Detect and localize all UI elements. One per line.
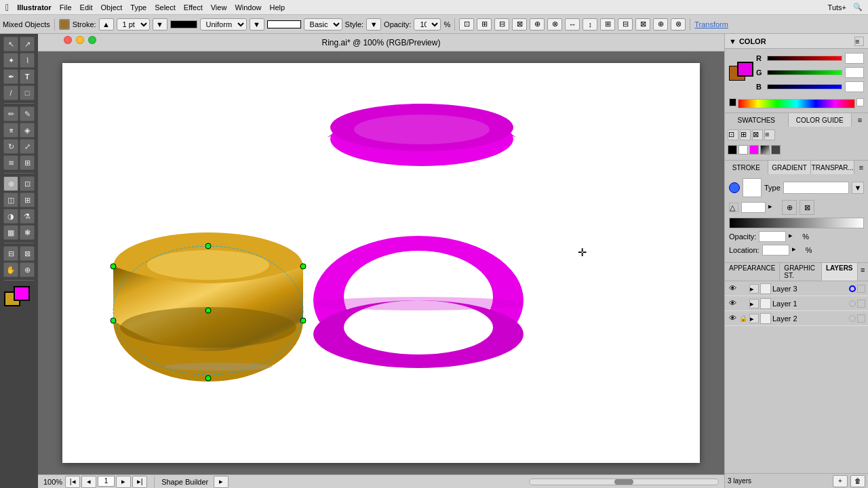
toolbar-icon-3[interactable]: ⊟	[494, 18, 509, 30]
uniform-select[interactable]: UniformNone	[200, 18, 247, 30]
tab-gradient[interactable]: GRADIENT	[768, 161, 812, 174]
layer-1-eye[interactable]: 👁	[728, 299, 737, 308]
b-value[interactable]	[845, 81, 864, 92]
g-slider[interactable]	[767, 70, 842, 75]
layer-2-select[interactable]	[857, 314, 865, 323]
tool-info-btn[interactable]: ▸	[214, 476, 229, 488]
swatch-black[interactable]	[728, 145, 737, 155]
warp-tool[interactable]: ≋	[3, 155, 18, 170]
menu-window[interactable]: Window	[235, 3, 261, 12]
tab-graphic-styles[interactable]: GRAPHIC ST.	[780, 263, 822, 281]
tab-swatches[interactable]: SWATCHES	[725, 113, 789, 127]
toolbar-icon-6[interactable]: ⊗	[547, 18, 562, 30]
gradient-location-input[interactable]	[762, 245, 789, 256]
rotate-tool[interactable]: ↻	[3, 139, 18, 154]
gradient-tool[interactable]: ◑	[3, 209, 18, 224]
stroke-down-btn[interactable]: ▼	[153, 18, 167, 30]
lasso-tool[interactable]: ⌇	[20, 53, 35, 68]
artboard-tool[interactable]: ⊟	[3, 246, 18, 261]
zoom-tool[interactable]: ⊕	[20, 262, 35, 277]
layer-2-lock[interactable]: 🔒	[738, 314, 748, 323]
stroke-color-box[interactable]	[14, 286, 30, 301]
canvas-wrapper[interactable]: ✛	[38, 52, 724, 474]
toolbar-icon-5[interactable]: ⊕	[530, 18, 545, 30]
opacity-arrow[interactable]: ▸	[789, 231, 800, 242]
shape-tool[interactable]: □	[20, 85, 35, 100]
white-swatch[interactable]	[856, 98, 864, 106]
b-slider[interactable]	[767, 84, 842, 89]
scale-tool[interactable]: ⤢	[20, 139, 35, 154]
shape-builder-tool[interactable]: ⊕	[3, 176, 18, 191]
toolbar-icon-7[interactable]: ↔	[565, 18, 580, 30]
pen-tool[interactable]: ✒	[3, 69, 18, 84]
layer-2-expand-btn[interactable]: ▸	[749, 314, 759, 323]
stroke-color-btn[interactable]	[59, 19, 70, 30]
layer-2-row[interactable]: 👁 🔒 ▸ Layer 2	[725, 311, 868, 326]
toolbar-icon-10[interactable]: ⊟	[618, 18, 633, 30]
perspective-tool[interactable]: ◫	[3, 192, 18, 207]
swatch-tool-1[interactable]: ⊡	[728, 129, 738, 140]
gradient-bar[interactable]	[729, 218, 864, 228]
stroke-type-dropdown[interactable]: ▼	[852, 182, 864, 194]
graph-tool[interactable]: ▦	[3, 225, 18, 240]
opacity-select[interactable]: 1007550	[414, 18, 441, 30]
canvas[interactable]: ✛	[62, 63, 700, 463]
swatch-tool-3[interactable]: ⊠	[752, 129, 763, 140]
zoom-nav-4[interactable]: ▸|	[132, 476, 147, 488]
toolbar-icon-13[interactable]: ⊗	[671, 18, 686, 30]
r-slider[interactable]	[767, 56, 842, 61]
layer-3-row[interactable]: 👁 ▸ Layer 3	[725, 281, 868, 296]
color-panel-header[interactable]: ▼ COLOR ≡	[725, 34, 868, 49]
transform-label[interactable]: Transform	[694, 20, 728, 28]
stroke-type-field[interactable]	[783, 182, 849, 194]
line-tool[interactable]: /	[3, 85, 18, 100]
zoom-control[interactable]: 100% |◂ ◂ ▸ ▸|	[43, 476, 147, 488]
slice-tool[interactable]: ⊠	[20, 246, 35, 261]
minimize-btn[interactable]	[76, 36, 84, 44]
menu-edit[interactable]: Edit	[80, 3, 93, 12]
free-transform-tool[interactable]: ⊞	[20, 155, 35, 170]
horizontal-scrollbar[interactable]	[529, 479, 719, 485]
menu-object[interactable]: Object	[101, 3, 123, 12]
menu-select[interactable]: Select	[155, 3, 176, 12]
layer-1-select[interactable]	[857, 300, 865, 308]
black-swatch[interactable]	[729, 98, 736, 106]
direct-select-tool[interactable]: ↗	[20, 37, 35, 52]
layer-2-target[interactable]	[849, 315, 856, 322]
gradient-reverse-btn[interactable]: △	[729, 203, 738, 212]
color-panel-menu[interactable]: ≡	[854, 37, 864, 46]
layer-3-select[interactable]	[857, 285, 865, 293]
g-value[interactable]	[845, 67, 864, 78]
delete-layer-btn[interactable]: 🗑	[850, 475, 865, 487]
menu-effect[interactable]: Effect	[184, 3, 203, 12]
select-tool[interactable]: ↖	[3, 37, 18, 52]
location-arrow[interactable]: ▸	[792, 245, 803, 256]
type-tool[interactable]: T	[20, 69, 35, 84]
swatch-dark[interactable]	[771, 145, 781, 155]
maximize-btn[interactable]	[88, 36, 96, 44]
tab-appearance[interactable]: APPEARANCE	[725, 263, 780, 281]
symbol-tool[interactable]: ❃	[20, 225, 35, 240]
toolbar-icon-8[interactable]: ↕	[583, 18, 597, 30]
stroke-up-btn[interactable]: ▲	[99, 18, 114, 30]
mesh-tool[interactable]: ⊞	[20, 192, 35, 207]
zoom-nav-3[interactable]: ▸	[116, 476, 131, 488]
toolbar-icon-12[interactable]: ⊕	[653, 18, 668, 30]
toolbar-icon-1[interactable]: ⊡	[459, 18, 474, 30]
tab-color-guide[interactable]: COLOR GUIDE	[789, 113, 852, 127]
toolbar-icon-2[interactable]: ⊞	[477, 18, 492, 30]
hand-tool[interactable]: ✋	[3, 262, 18, 277]
live-paint-tool[interactable]: ⊡	[20, 176, 35, 191]
basic-select[interactable]: Basic	[304, 18, 342, 30]
gradient-link-btn[interactable]: ⊠	[800, 200, 814, 215]
search-icon[interactable]: 🔍	[853, 3, 863, 12]
eraser-tool[interactable]: ◈	[20, 123, 35, 138]
r-value[interactable]	[845, 53, 864, 64]
menu-help[interactable]: Help	[270, 3, 285, 12]
zoom-nav-1[interactable]: |◂	[65, 476, 80, 488]
close-btn[interactable]	[64, 36, 72, 44]
tab-transparency[interactable]: TRANSPAR...	[811, 161, 854, 174]
gradient-focal-btn[interactable]: ⊕	[782, 200, 797, 215]
stroke-panel-menu-btn[interactable]: ≡	[854, 161, 868, 174]
menu-type[interactable]: Type	[130, 3, 146, 12]
